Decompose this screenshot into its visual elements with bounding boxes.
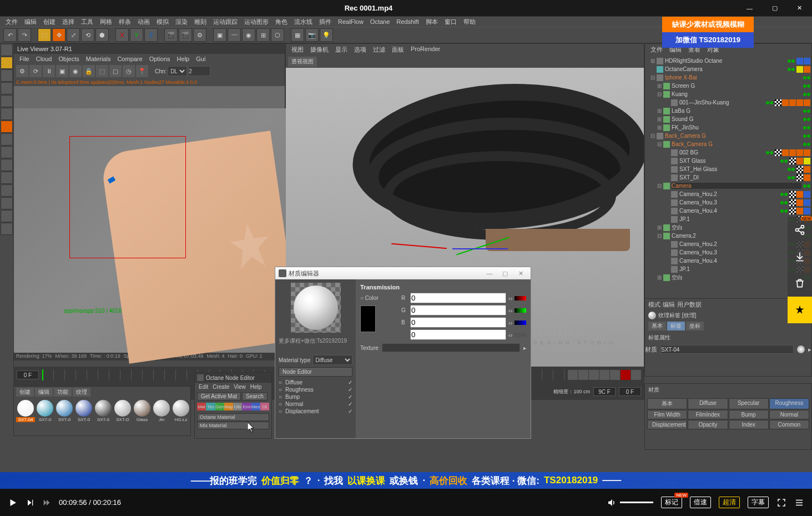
- tl-next[interactable]: [599, 370, 609, 380]
- color-r-input[interactable]: [410, 293, 506, 303]
- floor-button[interactable]: ▦: [291, 28, 304, 42]
- speed-button[interactable]: 倍速: [690, 497, 711, 508]
- rotate-tool[interactable]: ⟲: [81, 28, 94, 42]
- snap-toggle[interactable]: [1, 159, 13, 171]
- color-swatch[interactable]: [360, 305, 376, 332]
- material-editor-titlebar[interactable]: 材质编辑器 — ▢ ✕: [275, 267, 531, 279]
- tl-first[interactable]: [568, 370, 578, 380]
- tree-row[interactable]: 001---JinShu-Kuang: [646, 98, 810, 107]
- live-render-view[interactable]: spp/maxspp:510 / 4016: [14, 86, 285, 353]
- cube-primitive[interactable]: ▣: [213, 28, 226, 42]
- tree-row[interactable]: ⊞Screen G: [646, 82, 810, 90]
- pick-icon[interactable]: ⬚: [96, 65, 108, 77]
- mark-button[interactable]: 标记NEW: [661, 497, 682, 508]
- tree-row[interactable]: SXT_Hei Glass: [646, 165, 810, 173]
- tree-row[interactable]: Camera_Hou.3: [646, 248, 810, 257]
- tree-row[interactable]: ⊞LaBa G: [646, 107, 810, 115]
- nurbs-button[interactable]: ◉: [242, 28, 255, 42]
- model-mode[interactable]: [1, 44, 13, 56]
- mix-slider[interactable]: [515, 333, 526, 337]
- tree-row[interactable]: ⊟Back_Camera G: [646, 132, 810, 140]
- lock-icon[interactable]: 🔒: [83, 65, 95, 77]
- tree-row[interactable]: ⊞空白: [646, 223, 810, 232]
- material-thumb[interactable]: SXT-0: [55, 400, 74, 422]
- tree-row[interactable]: Camera_Hou.4: [646, 257, 810, 265]
- material-name-input[interactable]: [660, 345, 794, 354]
- workplane-mode[interactable]: [1, 69, 13, 82]
- tool-8[interactable]: [1, 133, 13, 146]
- mat-minimize[interactable]: —: [483, 270, 496, 277]
- trash-icon[interactable]: [788, 270, 812, 297]
- next-button[interactable]: [26, 498, 34, 507]
- tree-row[interactable]: OctaneCamera: [646, 65, 810, 73]
- tree-row[interactable]: Camera_Hou.3: [646, 198, 810, 207]
- axis-z[interactable]: Z: [144, 28, 158, 42]
- menu-角色[interactable]: 角色: [273, 18, 290, 26]
- axis-y[interactable]: Y: [130, 28, 143, 42]
- menu-脚本[interactable]: 脚本: [423, 18, 440, 26]
- tree-row[interactable]: 002 BG: [646, 148, 810, 157]
- menu-工具[interactable]: 工具: [79, 18, 95, 26]
- menu-运动跟踪[interactable]: 运动跟踪: [211, 18, 240, 26]
- tree-row[interactable]: JP.1: [646, 215, 810, 223]
- color-mix-input[interactable]: [410, 329, 506, 340]
- select-tool[interactable]: ⬚: [38, 28, 51, 42]
- menu-帮助[interactable]: 帮助: [461, 18, 478, 26]
- volume-control[interactable]: [607, 498, 653, 508]
- tl-key[interactable]: [631, 370, 641, 380]
- search-button[interactable]: Search: [242, 392, 268, 400]
- tree-row[interactable]: ⊟Camera: [646, 182, 810, 190]
- pause-icon[interactable]: ⏸: [43, 65, 55, 77]
- menu-编辑[interactable]: 编辑: [22, 18, 39, 26]
- axis-mode[interactable]: [1, 121, 13, 133]
- tree-row[interactable]: ⊟Camera.2: [646, 232, 810, 240]
- menu-RealFlow[interactable]: RealFlow: [336, 18, 366, 25]
- material-preview-ball[interactable]: [294, 285, 338, 330]
- menu-模拟[interactable]: 模拟: [154, 18, 171, 26]
- bookmark-icon[interactable]: [788, 297, 812, 323]
- mat-maximize[interactable]: ▢: [498, 270, 512, 277]
- texture-arrow-icon[interactable]: ▸: [523, 345, 526, 351]
- material-thumb[interactable]: SXT-D: [113, 400, 132, 422]
- material-thumb[interactable]: SXT-0: [36, 400, 54, 422]
- render-region-box[interactable]: [69, 136, 186, 258]
- tree-row[interactable]: Camera_Hou.2: [646, 190, 810, 198]
- quality-button[interactable]: 超清: [719, 497, 740, 508]
- fullscreen-button[interactable]: [776, 498, 786, 508]
- pin-icon[interactable]: 📍: [136, 65, 148, 77]
- menu-插件[interactable]: 插件: [317, 18, 334, 26]
- tree-row[interactable]: JP.1: [646, 265, 810, 273]
- axis-x[interactable]: X: [115, 28, 129, 42]
- light-button[interactable]: 💡: [320, 28, 333, 42]
- material-thumb[interactable]: HG-Lc: [172, 400, 190, 422]
- play-button[interactable]: [8, 498, 18, 508]
- deformer-button[interactable]: ⬡: [271, 28, 284, 42]
- menu-Redshift[interactable]: Redshift: [394, 18, 421, 25]
- tree-row[interactable]: SXT_DI: [646, 173, 810, 182]
- r-slider[interactable]: [515, 296, 526, 300]
- material-thumb[interactable]: SXT-0: [94, 400, 113, 422]
- node-editor-button[interactable]: Node Editor: [279, 367, 352, 377]
- menu-网格[interactable]: 网格: [98, 18, 114, 26]
- playlist-button[interactable]: [794, 498, 804, 508]
- material-thumb[interactable]: SXT-0: [74, 400, 93, 422]
- color-b-input[interactable]: [410, 317, 506, 328]
- tree-row[interactable]: ⊞HDRlightStudio Octane: [646, 57, 810, 65]
- color-g-input[interactable]: [410, 305, 506, 315]
- forward-button[interactable]: [42, 498, 51, 507]
- tl-rec[interactable]: [621, 370, 631, 380]
- clip-icon[interactable]: ▢: [109, 65, 122, 77]
- texture-mode[interactable]: [1, 57, 13, 69]
- render-button[interactable]: 🎬: [164, 28, 178, 42]
- redo-button[interactable]: ↷: [18, 28, 31, 42]
- tool-5[interactable]: ⬢: [95, 28, 109, 42]
- clock-icon[interactable]: ◷: [123, 65, 135, 77]
- tool-14[interactable]: [1, 210, 13, 222]
- polygon-mode[interactable]: [1, 108, 13, 120]
- get-active-mat-button[interactable]: Get Active Mat: [197, 392, 241, 400]
- close-button[interactable]: ✕: [787, 0, 812, 17]
- g-slider[interactable]: [515, 308, 526, 313]
- frame-start[interactable]: [17, 370, 39, 379]
- maximize-button[interactable]: ▢: [762, 0, 787, 17]
- array-button[interactable]: ⊞: [256, 28, 270, 42]
